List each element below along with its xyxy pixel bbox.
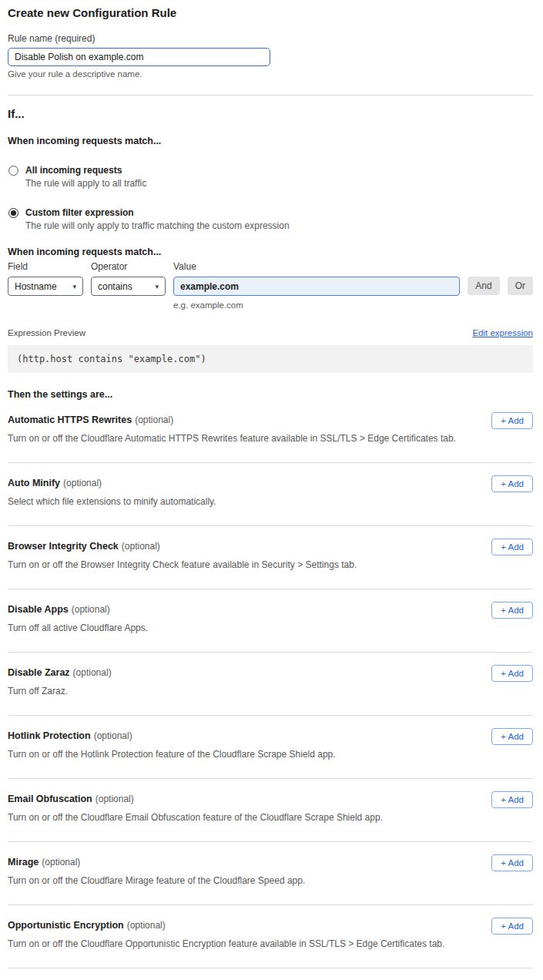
- rule-name-input[interactable]: [8, 48, 270, 66]
- optional-label: (optional): [135, 414, 173, 425]
- optional-label: (optional): [94, 730, 132, 741]
- operator-label: Operator: [91, 261, 166, 272]
- chevron-down-icon: ▾: [72, 283, 76, 290]
- radio-icon[interactable]: [8, 166, 18, 176]
- then-heading: Then the settings are...: [8, 389, 533, 400]
- add-button[interactable]: + Add: [491, 412, 533, 429]
- field-label: Field: [8, 261, 83, 272]
- setting-description: Turn on or off the Cloudflare Automatic …: [8, 433, 476, 444]
- optional-label: (optional): [42, 857, 80, 868]
- optional-label: (optional): [72, 604, 110, 615]
- operator-select-value: contains: [98, 281, 132, 292]
- optional-label: (optional): [63, 478, 102, 488]
- field-select-value: Hostname: [15, 281, 57, 292]
- chevron-down-icon: ▾: [155, 283, 159, 290]
- field-select[interactable]: Hostname ▾: [8, 277, 83, 296]
- optional-label: (optional): [96, 794, 134, 804]
- setting-description: Turn on or off the Cloudflare Email Obfu…: [8, 812, 476, 823]
- add-button[interactable]: + Add: [491, 791, 533, 808]
- rule-name-label: Rule name (required): [8, 33, 533, 44]
- setting-title: Email Obfuscation: [8, 794, 92, 804]
- optional-label: (optional): [122, 541, 160, 552]
- radio-description: The rule will only apply to traffic matc…: [25, 220, 290, 231]
- radio-description: The rule will apply to all traffic: [25, 178, 146, 189]
- setting-row-email-obfuscation: Email Obfuscation(optional) Turn on or o…: [8, 779, 533, 823]
- setting-title: Automatic HTTPS Rewrites: [8, 414, 132, 425]
- if-heading: If...: [8, 107, 533, 120]
- page-title: Create new Configuration Rule: [8, 6, 533, 19]
- setting-row-hotlink-protection: Hotlink Protection(optional) Turn on or …: [8, 716, 533, 760]
- match-label: When incoming requests match...: [8, 136, 533, 146]
- radio-label: Custom filter expression: [25, 207, 290, 218]
- and-button[interactable]: And: [468, 277, 499, 295]
- rule-name-helper: Give your rule a descriptive name.: [8, 69, 533, 79]
- setting-description: Turn on or off the Hotlink Protection fe…: [8, 749, 476, 760]
- optional-label: (optional): [127, 920, 166, 931]
- setting-description: Select which file extensions to minify a…: [8, 496, 476, 507]
- setting-row-auto-minify: Auto Minify(optional) Select which file …: [8, 463, 533, 507]
- setting-title: Disable Apps: [8, 604, 69, 615]
- divider: [8, 95, 533, 96]
- setting-description: Turn on or off the Browser Integrity Che…: [8, 559, 476, 570]
- radio-icon[interactable]: [8, 208, 18, 218]
- radio-all-incoming-requests[interactable]: All incoming requests The rule will appl…: [8, 165, 533, 189]
- setting-row-disable-zaraz: Disable Zaraz(optional) Turn off Zaraz. …: [8, 653, 533, 696]
- radio-label: All incoming requests: [25, 165, 146, 176]
- optional-label: (optional): [73, 667, 112, 678]
- setting-row-disable-apps: Disable Apps(optional) Turn off all acti…: [8, 589, 533, 633]
- create-configuration-rule-form: Create new Configuration Rule Rule name …: [0, 0, 543, 980]
- value-helper: e.g. example.com: [173, 300, 533, 310]
- setting-description: Turn on or off the Cloudflare Mirage fea…: [8, 875, 476, 886]
- setting-row-browser-integrity-check: Browser Integrity Check(optional) Turn o…: [8, 526, 533, 570]
- setting-title: Mirage: [8, 857, 39, 868]
- builder-heading: When incoming requests match...: [8, 247, 533, 257]
- setting-row-mirage: Mirage(optional) Turn on or off the Clou…: [8, 842, 533, 886]
- expression-preview-header: Expression Preview Edit expression: [8, 328, 533, 337]
- value-input[interactable]: [173, 277, 460, 296]
- value-label: Value: [173, 261, 460, 272]
- operator-select[interactable]: contains ▾: [91, 277, 166, 296]
- add-button[interactable]: + Add: [491, 665, 533, 682]
- setting-row-polish: Polish(optional) Change the settings of …: [8, 968, 533, 980]
- setting-row-automatic-https-rewrites: Automatic HTTPS Rewrites(optional) Turn …: [8, 400, 533, 444]
- setting-description: Turn off Zaraz.: [8, 686, 476, 696]
- setting-description: Turn on or off the Cloudflare Opportunis…: [8, 938, 476, 949]
- add-button[interactable]: + Add: [491, 539, 533, 555]
- setting-title: Disable Zaraz: [8, 667, 70, 678]
- setting-row-opportunistic-encryption: Opportunistic Encryption(optional) Turn …: [8, 905, 533, 949]
- expression-preview-code: (http.host contains "example.com"): [8, 345, 533, 373]
- radio-custom-filter-expression[interactable]: Custom filter expression The rule will o…: [8, 207, 533, 231]
- setting-title: Auto Minify: [8, 478, 60, 488]
- add-button[interactable]: + Add: [491, 854, 533, 871]
- add-button[interactable]: + Add: [491, 475, 533, 492]
- setting-title: Opportunistic Encryption: [8, 920, 124, 931]
- setting-title: Hotlink Protection: [8, 730, 91, 741]
- expression-preview-label: Expression Preview: [8, 328, 85, 337]
- edit-expression-link[interactable]: Edit expression: [472, 328, 533, 337]
- setting-title: Browser Integrity Check: [8, 541, 119, 552]
- add-button[interactable]: + Add: [491, 918, 533, 935]
- add-button[interactable]: + Add: [491, 728, 533, 745]
- setting-description: Turn off all active Cloudflare Apps.: [8, 623, 476, 633]
- or-button[interactable]: Or: [508, 277, 533, 295]
- add-button[interactable]: + Add: [491, 602, 533, 619]
- expression-builder-row: Field Hostname ▾ Operator contains ▾ Val…: [8, 261, 533, 296]
